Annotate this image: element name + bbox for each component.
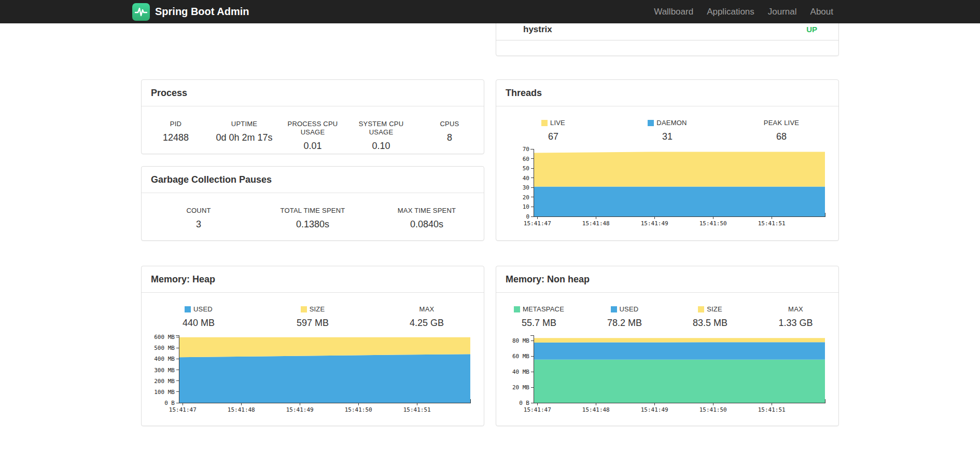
svg-text:15:41:49: 15:41:49 (286, 406, 314, 413)
svg-text:15:41:47: 15:41:47 (169, 406, 197, 413)
svg-text:15:41:50: 15:41:50 (699, 220, 727, 227)
nav-item-journal[interactable]: Journal (761, 7, 804, 17)
threads-card-title: Threads (496, 80, 838, 106)
nav-item-wallboard[interactable]: Wallboard (647, 7, 700, 17)
application-name[interactable]: hystrix (523, 24, 552, 35)
stat-process-cpu: PROCESS CPU USAGE 0.01 (278, 120, 347, 152)
left-column: Process PID 12488 UPTIME 0d 0h 2m 17s PR… (141, 23, 484, 426)
svg-text:15:41:49: 15:41:49 (641, 220, 668, 227)
legend-swatch-size (301, 306, 307, 312)
svg-text:10: 10 (523, 203, 529, 210)
svg-text:70: 70 (523, 147, 529, 153)
svg-text:15:41:51: 15:41:51 (403, 406, 431, 413)
legend-swatch-nonheap-used (611, 306, 617, 312)
svg-text:20 MB: 20 MB (512, 384, 529, 391)
svg-text:15:41:51: 15:41:51 (758, 406, 786, 413)
svg-text:60: 60 (523, 156, 529, 162)
legend-threads-peak: PEAK LIVE 68 (724, 119, 838, 143)
threads-card: Threads LIVE 67 DAEMON 3 (496, 79, 839, 241)
gc-card-title: Garbage Collection Pauses (142, 167, 484, 193)
right-column: hystrix UP Threads LIVE 67 (496, 23, 839, 426)
application-row-hystrix[interactable]: hystrix UP (496, 24, 838, 40)
legend-heap-max: MAX 4.25 GB (370, 305, 484, 329)
legend-nonheap-max: MAX 1.33 GB (753, 305, 838, 329)
svg-text:15:41:47: 15:41:47 (524, 406, 551, 413)
svg-text:15:41:50: 15:41:50 (699, 406, 727, 413)
legend-swatch-nonheap-size (698, 306, 704, 312)
svg-text:200 MB: 200 MB (154, 378, 175, 385)
legend-swatch-metaspace (514, 306, 520, 312)
svg-text:300 MB: 300 MB (154, 367, 175, 374)
svg-text:0: 0 (526, 213, 529, 220)
stat-uptime: UPTIME 0d 0h 2m 17s (210, 120, 278, 152)
threads-legend: LIVE 67 DAEMON 31 PEAK (496, 106, 838, 143)
nav-menu: Wallboard Applications Journal About (647, 7, 840, 17)
process-card-title: Process (142, 80, 484, 106)
stat-system-cpu: SYSTEM CPU USAGE 0.10 (347, 120, 415, 152)
stat-gc-count: COUNT 3 (142, 207, 256, 230)
heap-legend: USED 440 MB SIZE 597 MB (142, 293, 484, 329)
svg-text:600 MB: 600 MB (154, 334, 175, 341)
legend-swatch-used (185, 306, 191, 312)
memory-nonheap-card: Memory: Non heap METASPACE 55.7 MB USED (496, 266, 839, 426)
svg-text:60 MB: 60 MB (512, 353, 529, 360)
svg-text:40: 40 (523, 175, 529, 182)
svg-text:400 MB: 400 MB (154, 356, 175, 362)
heap-memory-chart: 600 MB500 MB400 MB300 MB200 MB100 MB0 B1… (152, 333, 473, 415)
svg-text:100 MB: 100 MB (154, 389, 175, 396)
stat-cpus: CPUS 8 (415, 120, 484, 152)
legend-heap-used: USED 440 MB (142, 305, 256, 329)
svg-text:15:41:51: 15:41:51 (758, 220, 786, 227)
process-card: Process PID 12488 UPTIME 0d 0h 2m 17s PR… (141, 79, 484, 154)
application-status-badge: UP (806, 24, 817, 35)
navbar: Spring Boot Admin Wallboard Applications… (0, 0, 980, 23)
legend-swatch-live (541, 120, 548, 126)
svg-text:20: 20 (523, 194, 529, 201)
legend-nonheap-metaspace: METASPACE 55.7 MB (496, 305, 582, 329)
svg-text:80 MB: 80 MB (512, 337, 529, 344)
brand-title: Spring Boot Admin (155, 6, 249, 18)
svg-text:40 MB: 40 MB (512, 369, 529, 375)
main-content: Process PID 12488 UPTIME 0d 0h 2m 17s PR… (141, 23, 839, 426)
legend-swatch-daemon (648, 120, 654, 126)
legend-heap-size: SIZE 597 MB (256, 305, 370, 329)
svg-text:15:41:47: 15:41:47 (524, 220, 551, 227)
legend-threads-live: LIVE 67 (496, 119, 610, 143)
stat-gc-max-time: MAX TIME SPENT 0.0840s (370, 207, 484, 230)
legend-threads-daemon: DAEMON 31 (610, 119, 724, 143)
svg-text:500 MB: 500 MB (154, 345, 175, 351)
nav-item-applications[interactable]: Applications (700, 7, 761, 17)
svg-text:50: 50 (523, 165, 529, 172)
stat-gc-total-time: TOTAL TIME SPENT 0.1380s (256, 207, 370, 230)
stat-pid: PID 12488 (142, 120, 210, 152)
gc-stats: COUNT 3 TOTAL TIME SPENT 0.1380s MAX TIM… (142, 193, 484, 230)
gc-pauses-card: Garbage Collection Pauses COUNT 3 TOTAL … (141, 166, 484, 241)
svg-text:15:41:49: 15:41:49 (641, 406, 668, 413)
legend-nonheap-used: USED 78.2 MB (582, 305, 667, 329)
brand-link[interactable]: Spring Boot Admin (132, 3, 249, 21)
memory-heap-card: Memory: Heap USED 440 MB SIZE (141, 266, 484, 426)
svg-text:15:41:48: 15:41:48 (228, 406, 255, 413)
svg-text:15:41:48: 15:41:48 (582, 406, 610, 413)
nav-item-about[interactable]: About (804, 7, 840, 17)
spring-boot-admin-logo-icon (132, 3, 150, 21)
svg-text:0 B: 0 B (519, 400, 529, 406)
svg-text:15:41:48: 15:41:48 (582, 220, 610, 227)
svg-text:0 B: 0 B (164, 400, 175, 406)
process-stats: PID 12488 UPTIME 0d 0h 2m 17s PROCESS CP… (142, 106, 484, 152)
memory-nonheap-card-title: Memory: Non heap (496, 266, 838, 293)
nonheap-legend: METASPACE 55.7 MB USED 78.2 MB (496, 293, 838, 329)
legend-nonheap-size: SIZE 83.5 MB (667, 305, 753, 329)
svg-text:30: 30 (523, 184, 529, 191)
threads-chart: 70605040302010015:41:4715:41:4815:41:491… (507, 147, 828, 229)
nonheap-memory-chart: 80 MB60 MB40 MB20 MB0 B15:41:4715:41:481… (507, 333, 828, 415)
memory-heap-card-title: Memory: Heap (142, 266, 484, 293)
svg-text:15:41:50: 15:41:50 (345, 406, 372, 413)
